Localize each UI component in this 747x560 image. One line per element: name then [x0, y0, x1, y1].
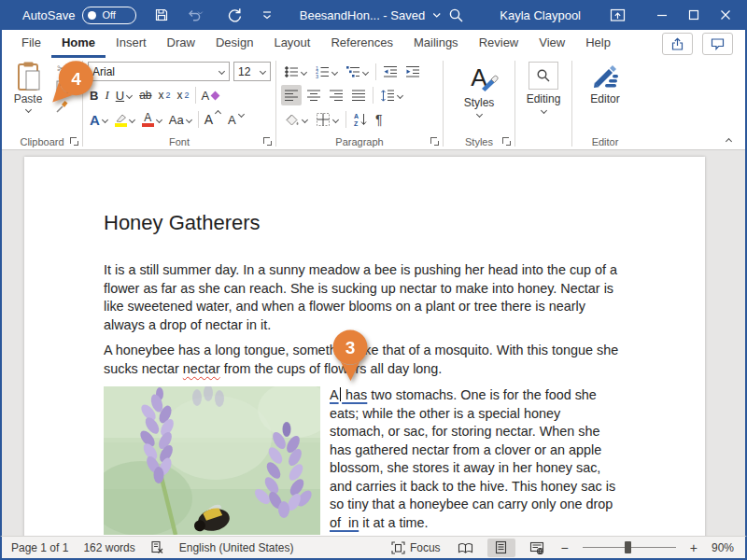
- word-count[interactable]: 162 words: [83, 541, 134, 554]
- highlight-button[interactable]: [112, 109, 138, 130]
- justify-button[interactable]: [348, 85, 369, 105]
- sort-button[interactable]: AZ: [350, 109, 371, 130]
- strikethrough-button[interactable]: ab: [136, 85, 154, 105]
- zoom-out-button[interactable]: −: [558, 539, 571, 557]
- text-line: eats; while the other is a special honey: [330, 405, 633, 424]
- zoom-slider-handle[interactable]: [625, 541, 631, 553]
- borders-button[interactable]: [313, 109, 342, 130]
- svg-text:Z: Z: [354, 120, 359, 127]
- grammar-flagged-word: has: [342, 387, 367, 402]
- document-heading: Honey Gatherers: [104, 211, 261, 235]
- print-layout-button[interactable]: [487, 539, 515, 557]
- text-cursor[interactable]: [340, 387, 342, 401]
- customize-qat-button[interactable]: [257, 5, 277, 25]
- comments-button[interactable]: [702, 33, 733, 55]
- multilevel-list-button[interactable]: [343, 62, 372, 82]
- editor-label: Editor: [590, 92, 619, 105]
- superscript-button[interactable]: x2: [175, 85, 192, 105]
- font-size-dropdown-icon: [260, 69, 266, 74]
- maximize-button[interactable]: [678, 0, 710, 30]
- document-title-button[interactable]: BeesandHon... - Saved: [300, 8, 442, 22]
- focus-button[interactable]: Focus: [388, 539, 444, 557]
- svg-text:3: 3: [316, 74, 318, 79]
- user-name[interactable]: Kayla Claypool: [500, 8, 581, 22]
- tab-insert[interactable]: Insert: [106, 30, 157, 58]
- tab-mailings[interactable]: Mailings: [403, 30, 469, 58]
- share-button[interactable]: [662, 33, 693, 55]
- collapse-ribbon-icon[interactable]: [726, 137, 732, 142]
- undo-icon: [186, 7, 210, 22]
- undo-button[interactable]: [184, 5, 212, 25]
- decrease-indent-button[interactable]: [380, 62, 401, 82]
- web-layout-button[interactable]: [527, 539, 547, 557]
- styles-label: Styles: [464, 96, 495, 109]
- paragraph-group-label: Paragraph: [276, 136, 443, 147]
- search-button[interactable]: [445, 5, 466, 25]
- zoom-slider[interactable]: [583, 547, 676, 548]
- underline-dropdown-icon: [126, 93, 133, 98]
- italic-button[interactable]: I: [102, 85, 111, 105]
- styles-dialog-launcher[interactable]: [502, 137, 511, 146]
- editing-button[interactable]: Editing: [515, 62, 571, 113]
- text-segment: sucks nectar: [104, 361, 183, 376]
- tab-help[interactable]: Help: [575, 30, 621, 58]
- minimize-icon: [656, 9, 668, 21]
- save-button[interactable]: [151, 5, 172, 25]
- styles-button[interactable]: A Styles: [444, 62, 514, 117]
- clipboard-dialog-launcher[interactable]: [70, 137, 78, 146]
- subscript-button[interactable]: x2: [155, 85, 173, 105]
- clear-formatting-button[interactable]: A: [199, 85, 222, 105]
- paste-dropdown-icon[interactable]: [25, 107, 32, 112]
- tab-draw[interactable]: Draw: [157, 30, 205, 58]
- editor-button[interactable]: Editor: [572, 62, 638, 105]
- font-size-combo[interactable]: 12: [233, 62, 271, 81]
- underline-button[interactable]: U: [113, 85, 135, 105]
- titlebar-right: Kayla Claypool: [445, 0, 747, 30]
- shrink-font-button[interactable]: A: [225, 109, 247, 130]
- tab-references[interactable]: References: [320, 30, 402, 58]
- align-left-button[interactable]: [281, 85, 302, 105]
- shading-button[interactable]: [281, 109, 311, 130]
- redo-button[interactable]: [224, 5, 245, 25]
- autosave-toggle[interactable]: Off: [82, 7, 136, 24]
- ribbon-display-options-button[interactable]: [607, 5, 627, 25]
- tab-file[interactable]: File: [11, 30, 51, 58]
- page-indicator[interactable]: Page 1 of 1: [11, 541, 68, 554]
- close-button[interactable]: [710, 0, 741, 30]
- line-spacing-button[interactable]: [377, 85, 406, 105]
- numbering-button[interactable]: 123: [312, 62, 341, 82]
- align-center-button[interactable]: [303, 85, 324, 105]
- tab-view[interactable]: View: [529, 30, 575, 58]
- bullets-button[interactable]: [281, 62, 310, 82]
- subscript-glyph: x: [158, 89, 163, 102]
- minimize-button[interactable]: [646, 0, 678, 30]
- proofing-errors-button[interactable]: [150, 540, 164, 554]
- text-line: A honeybee has a long tongue, something …: [104, 342, 641, 360]
- tab-review[interactable]: Review: [469, 30, 529, 58]
- print-layout-icon: [495, 540, 507, 554]
- font-dialog-launcher[interactable]: [263, 137, 272, 146]
- proofing-error-icon: [150, 540, 164, 554]
- line-spacing-dropdown-icon: [397, 93, 403, 98]
- lavender-bee-photo[interactable]: [104, 386, 320, 535]
- zoom-in-button[interactable]: +: [687, 539, 700, 557]
- pilcrow-button[interactable]: ¶: [373, 109, 386, 130]
- paragraph-dialog-launcher[interactable]: [430, 137, 439, 146]
- read-mode-button[interactable]: [455, 539, 476, 557]
- language-indicator[interactable]: English (United States): [179, 541, 294, 554]
- zoom-level[interactable]: 90%: [712, 541, 734, 554]
- paragraph-1: It is a still summer day. In a sunny mea…: [104, 261, 641, 334]
- tab-home[interactable]: Home: [51, 30, 106, 58]
- tab-layout[interactable]: Layout: [263, 30, 320, 58]
- align-right-button[interactable]: [326, 85, 346, 105]
- change-case-button[interactable]: Aa: [166, 109, 195, 130]
- customize-qat-icon: [261, 10, 273, 20]
- redo-icon: [227, 7, 243, 23]
- grow-font-button[interactable]: A: [202, 109, 224, 130]
- step-badge-4: 4: [42, 56, 100, 114]
- font-color-button[interactable]: A: [139, 109, 165, 130]
- tab-design[interactable]: Design: [205, 30, 263, 58]
- shading-icon: [284, 112, 300, 127]
- increase-indent-button[interactable]: [402, 62, 423, 82]
- font-name-combo[interactable]: Arial: [88, 62, 230, 81]
